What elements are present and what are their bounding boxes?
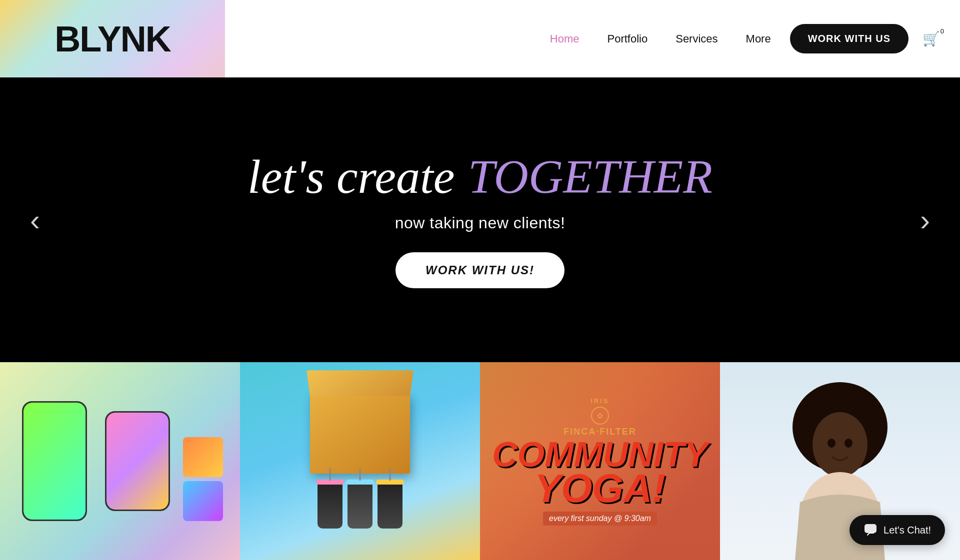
hero-section: ‹ let's create TOGETHER now taking new c…: [0, 77, 960, 362]
nav-more[interactable]: More: [737, 28, 780, 49]
hero-headline: let's create TOGETHER: [248, 151, 712, 202]
box-flap: [306, 370, 414, 396]
header: BLYNK Home Portfolio Services More WORK …: [0, 0, 960, 77]
chat-widget[interactable]: Let's Chat!: [850, 515, 945, 545]
hero-prev-arrow[interactable]: ‹: [30, 203, 40, 237]
hero-subheadline: now taking new clients!: [248, 214, 712, 232]
yoga-location: IRIS: [492, 397, 708, 405]
phone-screen-1: [24, 403, 86, 520]
phone-screen-2: [106, 413, 168, 510]
chat-bubble-icon: [864, 523, 878, 537]
svg-point-2: [812, 412, 868, 477]
yoga-logo-icon: ✿: [597, 412, 603, 420]
hero-headline-plain: let's create: [248, 150, 454, 203]
cups-row: [318, 484, 402, 529]
chat-label: Let's Chat!: [884, 525, 931, 536]
cup-3: [378, 484, 402, 529]
yoga-subtext: every first sunday @ 9:30am: [543, 512, 657, 526]
portfolio-item-packaging[interactable]: [240, 362, 480, 560]
nav-cta-button[interactable]: WORK WITH US: [790, 24, 908, 53]
logo: BLYNK: [54, 18, 170, 59]
portfolio-item-yoga[interactable]: IRIS ✿ FINCA·FILTER COMMUNiTY YOGA! ever…: [480, 362, 720, 560]
portfolio-strip: IRIS ✿ FINCA·FILTER COMMUNiTY YOGA! ever…: [0, 362, 960, 560]
hero-next-arrow[interactable]: ›: [920, 203, 930, 237]
portfolio-item-social[interactable]: [0, 362, 240, 560]
nav-services[interactable]: Services: [666, 28, 726, 49]
cart-count: 0: [940, 27, 944, 35]
hero-cta-button[interactable]: WORK WITH US!: [396, 252, 564, 288]
cart-button[interactable]: 🛒 0: [922, 30, 940, 47]
logo-area: BLYNK: [0, 0, 225, 77]
design-swatch-2: [183, 481, 223, 521]
nav-portfolio[interactable]: Portfolio: [598, 28, 656, 49]
yoga-content: IRIS ✿ FINCA·FILTER COMMUNiTY YOGA! ever…: [482, 387, 718, 536]
design-swatch-1: [183, 437, 223, 477]
straw-2: [360, 469, 361, 481]
straw-1: [330, 469, 331, 481]
phone-mockup-2: [105, 411, 170, 511]
yoga-logo-circle: ✿: [591, 407, 609, 425]
nav-home[interactable]: Home: [541, 28, 588, 49]
main-nav: Home Portfolio Services More WORK WITH U…: [225, 0, 960, 77]
cup-2: [348, 484, 372, 529]
svg-rect-7: [864, 524, 876, 533]
svg-point-5: [828, 439, 836, 448]
yoga-headline-2: YOGA!: [492, 471, 708, 507]
hero-content: let's create TOGETHER now taking new cli…: [248, 151, 712, 289]
cup-1: [318, 484, 342, 529]
straw-3: [390, 469, 391, 481]
phone-mockup-1: [22, 401, 87, 521]
svg-point-6: [844, 439, 852, 448]
hero-headline-accent: TOGETHER: [468, 150, 712, 203]
box-mockup: [310, 394, 410, 474]
